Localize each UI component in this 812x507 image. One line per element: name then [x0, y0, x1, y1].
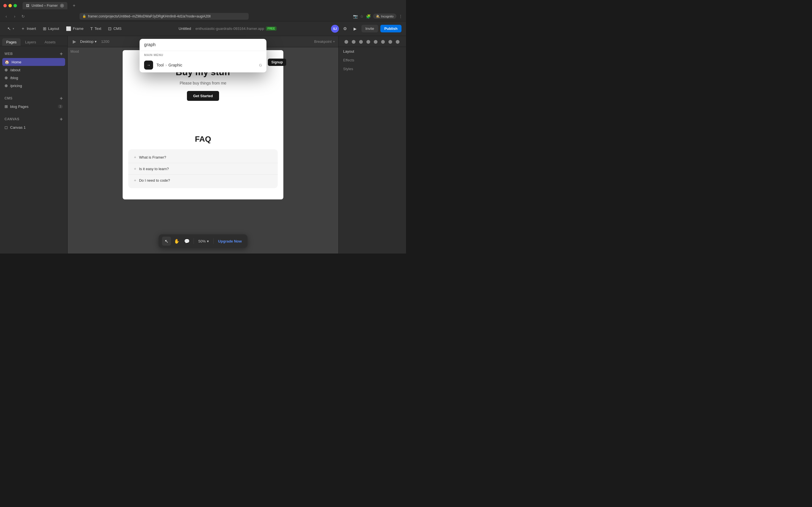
faq-question-3: Do I need to code?	[139, 178, 170, 182]
toolbar-right: SJ ⚙ ▶ Invite Publish	[331, 25, 402, 33]
minimize-button[interactable]	[8, 4, 12, 7]
device-arrow: ▾	[95, 40, 97, 44]
select-tool[interactable]: ↖ ▾	[4, 24, 17, 33]
browser-tab[interactable]: 🖼 Untitled – Framer ×	[22, 2, 67, 9]
align-bottom-icon[interactable]: ⬤	[380, 38, 386, 45]
tab-assets[interactable]: Assets	[41, 38, 59, 46]
refresh-button[interactable]: ↻	[20, 13, 26, 19]
camera-off-icon[interactable]: 📷	[353, 14, 358, 18]
cms-collection-icon: ⊞	[4, 104, 8, 109]
toolbar-divider-2	[213, 238, 214, 244]
forward-button[interactable]: ›	[12, 13, 17, 19]
cms-section-header: CMS +	[2, 94, 65, 103]
faq-item-3[interactable]: + Do I need to code?	[128, 175, 278, 186]
select-tool-bottom[interactable]: ↖	[162, 237, 171, 245]
hero-cta-button[interactable]: Get Started	[187, 91, 219, 101]
insert-icon: ＋	[21, 26, 25, 31]
settings-button[interactable]: ⚙	[341, 25, 349, 33]
text-tool[interactable]: T Text	[87, 24, 104, 33]
bookmark-icon[interactable]: ☆	[360, 14, 364, 18]
main-layout: Pages Layers Assets Web + 🏠 Home ⊕ /abou…	[0, 36, 406, 253]
project-url: enthusiastic-guardrails-093164.framer.ap…	[195, 26, 264, 31]
hand-tool-bottom[interactable]: ✋	[172, 237, 181, 245]
styles-section[interactable]: Styles	[339, 64, 406, 73]
canvas-section-label: Canvas	[4, 117, 19, 121]
frame-tool[interactable]: ⬜ Frame	[63, 24, 87, 33]
faq-title: FAQ	[128, 135, 278, 144]
globe-icon-pricing: ⊕	[4, 83, 8, 88]
frame-icon: ⬜	[66, 26, 71, 31]
free-badge: FREE	[266, 26, 277, 31]
tab-close-button[interactable]: ×	[60, 4, 64, 8]
align-top-icon[interactable]: ⬤	[365, 38, 371, 45]
publish-button[interactable]: Publish	[380, 25, 402, 33]
cms-item-blog-pages[interactable]: ⊞ blog Pages 3	[2, 103, 65, 110]
faq-item-1[interactable]: + What is Framer?	[128, 152, 278, 163]
invite-button[interactable]: Invite	[361, 25, 378, 33]
preview-button[interactable]: ▶	[351, 25, 359, 33]
signup-button-overlay[interactable]: Signup	[268, 59, 286, 66]
page-item-about[interactable]: ⊕ /about	[2, 66, 65, 74]
layout-tool[interactable]: ⊞ Layout	[40, 24, 62, 33]
page-label-pricing: /pricing	[10, 83, 22, 88]
page-item-blog[interactable]: ⊕ /blog	[2, 74, 65, 82]
faq-item-2[interactable]: + Is it easy to learn?	[128, 163, 278, 175]
address-bar-actions: 📷 ☆ 🧩 🕵 Incognito ⋮	[353, 13, 403, 19]
canvas-item-1[interactable]: ◻ Canvas 1	[2, 123, 65, 131]
page-item-pricing[interactable]: ⊕ /pricing	[2, 82, 65, 90]
add-cms-button[interactable]: +	[60, 96, 63, 101]
effects-section[interactable]: Effects	[339, 56, 406, 64]
spacer	[123, 112, 283, 129]
canvas-play-button[interactable]: ▶	[71, 38, 78, 45]
faq-expand-icon-2: +	[134, 166, 136, 171]
back-button[interactable]: ‹	[3, 13, 9, 19]
device-selector[interactable]: Desktop ▾	[80, 40, 97, 44]
project-name: Untitled	[179, 26, 191, 31]
tab-layers[interactable]: Layers	[21, 38, 40, 46]
zoom-control[interactable]: 50% ▾	[196, 238, 211, 244]
page-item-home[interactable]: 🏠 Home	[2, 58, 65, 66]
distribute-v-icon[interactable]: ⬤	[395, 38, 401, 45]
canvas-icon: ◻	[4, 125, 8, 129]
new-tab-button[interactable]: +	[71, 2, 78, 9]
cms-tool[interactable]: ⊡ CMS	[105, 24, 124, 33]
incognito-button[interactable]: 🕵 Incognito	[373, 13, 396, 19]
extension-icon[interactable]: 🧩	[366, 14, 371, 18]
canvas-width-value: 1200	[101, 40, 109, 44]
align-left-icon[interactable]: ⬤	[343, 38, 349, 45]
comment-tool-bottom[interactable]: 💬	[183, 237, 192, 245]
align-center-h-icon[interactable]: ⬤	[350, 38, 357, 45]
add-web-page-button[interactable]: +	[60, 51, 63, 56]
shortcut-key: G	[259, 63, 262, 67]
add-canvas-button[interactable]: +	[60, 117, 63, 122]
insert-tool[interactable]: ＋ Insert	[18, 24, 39, 33]
page-label-about: /about	[10, 68, 20, 72]
toolbar-center: Untitled · enthusiastic-guardrails-09316…	[126, 26, 329, 31]
canvas-area: ▶ Desktop ▾ 1200 Breakpoint + Mood Main …	[68, 36, 338, 253]
device-label: Desktop	[80, 40, 94, 44]
url-bar[interactable]: 🔒 framer.com/projects/Untitled--mZ98oDWa…	[80, 13, 249, 20]
tab-pages[interactable]: Pages	[2, 38, 20, 46]
distribute-h-icon[interactable]: ⬤	[387, 38, 393, 45]
align-right-icon[interactable]: ⬤	[358, 38, 364, 45]
align-center-v-icon[interactable]: ⬤	[372, 38, 378, 45]
maximize-button[interactable]	[13, 4, 17, 7]
menu-icon[interactable]: ⋮	[399, 14, 403, 18]
search-result-icon: →	[144, 61, 153, 69]
path-graphic: Graphic	[168, 63, 182, 67]
incognito-label: Incognito	[381, 15, 394, 18]
layout-section[interactable]: Layout	[339, 47, 406, 56]
upgrade-now-button[interactable]: Upgrade Now	[216, 238, 244, 244]
sidebar-content: Web + 🏠 Home ⊕ /about ⊕ /blog ⊕ /pricing	[0, 46, 67, 253]
breakpoint-label: Breakpoint	[314, 40, 332, 44]
addressbar: ‹ › ↻ 🔒 framer.com/projects/Untitled--mZ…	[0, 11, 406, 21]
layout-label: Layout	[48, 26, 59, 31]
breakpoint-button[interactable]: Breakpoint +	[314, 40, 335, 44]
select-dropdown-arrow: ▾	[13, 27, 14, 30]
avatar: SJ	[331, 25, 339, 33]
search-result-graphic[interactable]: → Tool › Graphic G	[140, 58, 266, 72]
search-input[interactable]	[144, 42, 262, 47]
close-button[interactable]	[3, 4, 7, 7]
web-section-header: Web +	[2, 50, 65, 58]
globe-icon-about: ⊕	[4, 68, 8, 72]
